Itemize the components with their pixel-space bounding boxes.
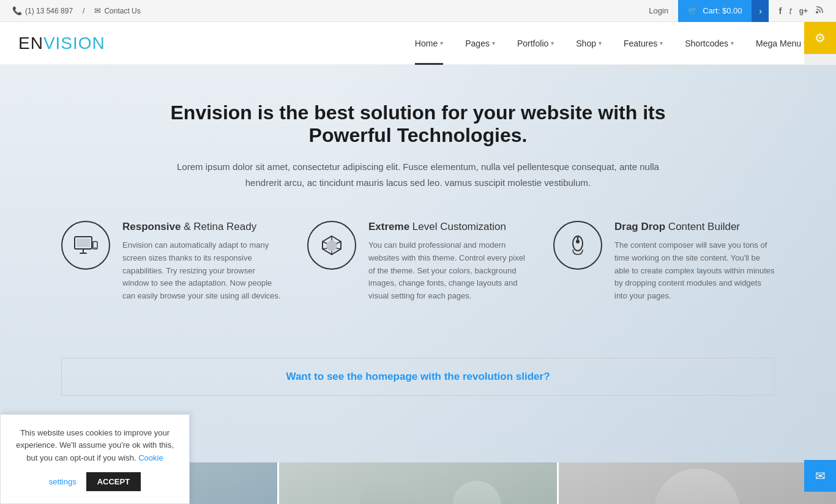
feature-responsive: Responsive & Retina Ready Envision can a…	[61, 221, 283, 333]
phone-icon: 📞	[12, 6, 22, 15]
cart-button[interactable]: 🛒 Cart: $0.00	[678, 0, 752, 22]
cookie-banner: This website uses cookies to improve you…	[0, 414, 190, 504]
hero-headline: Envision is the best solution for your w…	[143, 102, 693, 147]
feature-responsive-title: Responsive & Retina Ready	[122, 221, 283, 233]
contact-label: Contact Us	[104, 7, 140, 15]
phone-info: 📞 (1) 13 546 897	[12, 6, 73, 15]
logo-en: EN	[18, 34, 43, 53]
logo[interactable]: ENVISION	[18, 34, 105, 53]
feature-extreme-text: Extreme Level Customization You can buil…	[368, 221, 529, 333]
nav-item-features[interactable]: Features ▾	[613, 22, 674, 65]
navbar: ENVISION Home ▾ Pages ▾ Portfolio ▾ Shop…	[0, 22, 836, 65]
feature-responsive-text: Responsive & Retina Ready Envision can a…	[122, 221, 283, 333]
nav-label-home: Home	[415, 39, 438, 48]
nav-label-pages: Pages	[465, 39, 490, 48]
facebook-icon[interactable]: f	[778, 6, 782, 16]
hero-section: Envision is the best solution for your w…	[0, 65, 836, 462]
cart-arrow[interactable]: ›	[752, 0, 769, 22]
svg-marker-8	[327, 240, 337, 251]
cart-label: Cart: $0.00	[703, 6, 742, 15]
nav-item-shortcodes[interactable]: Shortcodes ▾	[674, 22, 745, 65]
cookie-settings-button[interactable]: settings	[49, 477, 77, 486]
feature-extreme-desc: You can build professional and modern we…	[368, 239, 529, 303]
social-icons: f t g+	[778, 6, 824, 17]
hero-content: Envision is the best solution for your w…	[61, 102, 775, 396]
cta-box[interactable]: Want to see the homepage with the revolu…	[61, 358, 775, 396]
svg-rect-3	[80, 253, 87, 254]
nav-label-megamenu: Mega Menu	[756, 39, 801, 48]
svg-point-17	[576, 240, 580, 243]
feature-dragdrop-title: Drag Drop Content Builder	[614, 221, 775, 233]
chevron-down-icon: ▾	[551, 40, 554, 46]
top-bar: 📞 (1) 13 546 897 / ✉ Contact Us Login 🛒 …	[0, 0, 836, 22]
nav-item-pages[interactable]: Pages ▾	[454, 22, 506, 65]
nav-label-portfolio: Portfolio	[517, 39, 548, 48]
nav-label-shop: Shop	[576, 39, 596, 48]
phone-number: (1) 13 546 897	[25, 7, 73, 15]
mail-icon: ✉	[815, 469, 826, 483]
contact-info: ✉ Contact Us	[94, 6, 140, 15]
separator: /	[83, 7, 84, 15]
chevron-down-icon: ▾	[440, 40, 443, 46]
cta-link[interactable]: Want to see the homepage with the revolu…	[286, 371, 550, 382]
rss-icon[interactable]	[815, 6, 824, 17]
nav-item-portfolio[interactable]: Portfolio ▾	[506, 22, 565, 65]
svg-line-13	[323, 248, 327, 249]
nav-menu: Home ▾ Pages ▾ Portfolio ▾ Shop ▾ Featur…	[404, 22, 818, 65]
cart-area[interactable]: 🛒 Cart: $0.00 ›	[678, 0, 769, 22]
chevron-down-icon: ▾	[492, 40, 495, 46]
card-2	[279, 462, 558, 504]
nav-label-shortcodes: Shortcodes	[685, 39, 728, 48]
mail-float-button[interactable]: ✉	[804, 460, 836, 492]
card-3	[559, 462, 836, 504]
svg-line-11	[337, 248, 341, 249]
top-bar-right: Login 🛒 Cart: $0.00 › f t g+	[639, 0, 824, 22]
feature-extreme: Extreme Level Customization You can buil…	[307, 221, 529, 333]
cookie-message: This website uses cookies to improve you…	[13, 427, 177, 465]
googleplus-icon[interactable]: g+	[799, 7, 808, 15]
svg-line-10	[337, 242, 341, 243]
feature-dragdrop-text: Drag Drop Content Builder The content co…	[614, 221, 775, 333]
features-row: Responsive & Retina Ready Envision can a…	[61, 221, 775, 333]
feature-extreme-title: Extreme Level Customization	[368, 221, 529, 233]
gear-button[interactable]: ⚙	[804, 22, 836, 54]
responsive-icon	[61, 221, 110, 270]
chevron-down-icon: ▾	[599, 40, 602, 46]
feature-dragdrop-desc: The content composer will save you tons …	[614, 239, 775, 303]
nav-item-home[interactable]: Home ▾	[404, 22, 454, 65]
cookie-actions: settings ACCEPT	[13, 472, 177, 491]
feature-dragdrop: Drag Drop Content Builder The content co…	[553, 221, 775, 333]
gear-icon: ⚙	[815, 31, 826, 45]
svg-point-0	[816, 11, 818, 13]
dragdrop-icon	[553, 221, 602, 270]
extreme-icon	[307, 221, 356, 270]
svg-line-14	[323, 242, 327, 243]
nav-item-shop[interactable]: Shop ▾	[565, 22, 613, 65]
svg-rect-6	[77, 239, 90, 247]
feature-responsive-desc: Envision can automatically adapt to many…	[122, 239, 283, 303]
login-button[interactable]: Login	[639, 6, 678, 15]
chevron-down-icon: ▾	[660, 40, 663, 46]
mail-icon: ✉	[94, 6, 101, 15]
top-bar-contact: 📞 (1) 13 546 897 / ✉ Contact Us	[12, 6, 141, 15]
hero-subtext: Lorem ipsum dolor sit amet, consectetur …	[173, 159, 663, 190]
cookie-accept-button[interactable]: ACCEPT	[86, 472, 141, 491]
nav-label-features: Features	[624, 39, 657, 48]
cookie-link[interactable]: Cookie	[138, 453, 163, 462]
cart-icon: 🛒	[688, 6, 698, 15]
twitter-icon[interactable]: t	[789, 6, 791, 16]
chevron-down-icon: ▾	[731, 40, 734, 46]
logo-vision: VISION	[43, 34, 105, 53]
